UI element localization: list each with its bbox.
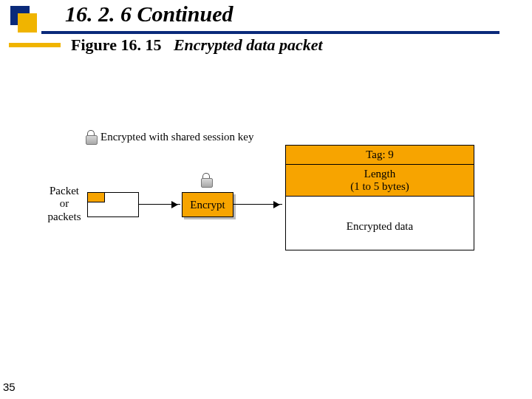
figure-number: Figure 16. 15 — [71, 35, 161, 54]
packet-box — [87, 192, 139, 217]
packet-structure-table: Tag: 9 Length (1 to 5 bytes) Encrypted d… — [285, 145, 474, 250]
page-number: 35 — [0, 381, 16, 393]
table-row-length: Length (1 to 5 bytes) — [286, 165, 474, 197]
legend-text: Encrypted with shared session key — [100, 131, 253, 143]
encrypt-box: Encrypt — [182, 192, 233, 217]
legend: Encrypted with shared session key — [86, 130, 253, 143]
packet-label-line: Packet — [50, 185, 79, 197]
section-title: 16. 2. 6 Continued — [65, 1, 233, 27]
lock-icon — [201, 173, 211, 186]
arrow-icon — [139, 204, 180, 205]
figure-label: Figure 16. 15 Encrypted data packet — [71, 35, 323, 55]
packet-label: Packet or packets — [41, 185, 87, 223]
table-row-body: Encrypted data — [286, 197, 474, 250]
header-bullet-icon — [18, 13, 37, 33]
figure-caption: Encrypted data packet — [174, 35, 323, 54]
title-tick — [9, 43, 61, 47]
title-underline — [41, 31, 499, 34]
lock-icon — [86, 130, 96, 143]
packet-label-line: or — [60, 197, 69, 209]
table-row-tag: Tag: 9 — [286, 146, 474, 165]
packet-label-line: packets — [48, 211, 81, 222]
diagram: Encrypted with shared session key Packet… — [44, 133, 502, 266]
arrow-icon — [233, 204, 282, 205]
